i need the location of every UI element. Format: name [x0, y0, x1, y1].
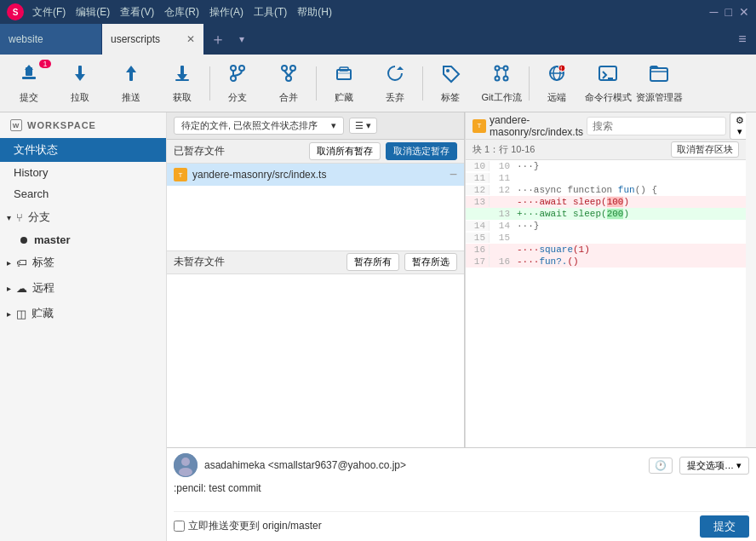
commit-submit-button[interactable]: 提交	[700, 515, 749, 538]
tab-userscripts-label: userscripts	[111, 33, 160, 45]
menu-file[interactable]: 文件(F)	[32, 5, 66, 20]
diff-line-5: 13 +···await sleep(200)	[466, 208, 746, 220]
diff-settings-button[interactable]: ⚙ ▾	[730, 112, 746, 140]
tab-userscripts[interactable]: userscripts ✕	[102, 24, 204, 55]
window-controls: ─ □ ✕	[710, 5, 749, 19]
tab-website[interactable]: website	[0, 24, 102, 55]
branch-master-dot	[20, 237, 27, 244]
remote-section-label: 远程	[32, 280, 54, 296]
diff-line-1: 10 10 ···}	[466, 160, 746, 172]
stash-section-label: 贮藏	[32, 306, 54, 321]
stash-icon	[334, 63, 354, 88]
merge-button[interactable]: 合并	[263, 58, 314, 109]
file-lists-panel: 待定的文件, 已依照文件状态排序 ▾ ☰ ▾ 已暂存文件 取消所有暂存 取消选定…	[167, 112, 465, 447]
staged-file-item[interactable]: T yandere-masonry/src/index.ts −	[167, 164, 464, 186]
branch-button[interactable]: 分支	[212, 58, 263, 109]
discard-label: 丢弃	[386, 91, 404, 104]
svg-point-15	[290, 66, 295, 71]
menu-edit[interactable]: 编辑(E)	[76, 5, 110, 20]
push-label: 推送	[122, 91, 140, 104]
staged-view-options[interactable]: ☰ ▾	[349, 118, 377, 134]
file-type-icon: T	[174, 168, 187, 181]
diff-header: T yandere-masonry/src/index.ts ⚙ ▾ •••	[466, 112, 746, 140]
menu-action[interactable]: 操作(A)	[209, 5, 243, 20]
explorer-button[interactable]: 资源管理器	[633, 58, 684, 109]
diff-line-9: 17 16 -···fun?.()	[466, 256, 746, 268]
close-button[interactable]: ✕	[739, 5, 749, 19]
merge-icon	[278, 63, 299, 88]
file-minus-icon[interactable]: −	[450, 167, 457, 182]
unstage-selected-button[interactable]: 取消选定暂存	[386, 142, 457, 160]
sidebar-item-search[interactable]: Search	[0, 183, 166, 204]
staged-filename: yandere-masonry/src/index.ts	[192, 169, 444, 181]
push-button[interactable]: 推送	[106, 58, 157, 109]
stage-all-button[interactable]: 暂存所有	[346, 253, 399, 271]
discard-button[interactable]: 丢弃	[369, 58, 421, 109]
fetch-icon	[172, 63, 192, 88]
sidebar-item-history[interactable]: History	[0, 162, 166, 183]
svg-rect-21	[337, 72, 351, 74]
diff-panel: T yandere-masonry/src/index.ts ⚙ ▾ ••• 块…	[465, 112, 746, 447]
filter-dropdown[interactable]: 待定的文件, 已依照文件状态排序 ▾	[174, 117, 344, 135]
diff-old-num-6: 14	[466, 221, 490, 231]
remote-label: 远端	[547, 91, 566, 104]
gitflow-label: Git工作流	[481, 91, 521, 104]
commit-time-button[interactable]: 🕐	[649, 458, 673, 474]
terminal-button[interactable]: 命令行模式	[582, 58, 633, 109]
hamburger-menu[interactable]: ≡	[729, 24, 756, 55]
svg-point-12	[231, 76, 236, 81]
menu-tools[interactable]: 工具(T)	[254, 5, 287, 20]
tag-section[interactable]: ▸ 🏷 标签	[0, 250, 166, 275]
svg-point-25	[504, 66, 508, 70]
unstage-all-button[interactable]: 取消所有暂存	[309, 142, 381, 160]
stash-button[interactable]: 贮藏	[318, 58, 369, 109]
diff-line-6: 14 14 ···}	[466, 220, 746, 232]
gitflow-icon	[491, 63, 512, 88]
tab-close-icon[interactable]: ✕	[180, 33, 195, 45]
commit-area: asadahimeka <smallstar9637@yahoo.co.jp> …	[167, 447, 756, 541]
fetch-button[interactable]: 获取	[157, 58, 208, 109]
diff-file-icon: T	[472, 119, 486, 133]
discard-icon	[385, 63, 405, 88]
branch-master-item[interactable]: master	[0, 230, 166, 250]
tab-menu-button[interactable]: ▾	[232, 24, 252, 55]
menu-help[interactable]: 帮助(H)	[297, 5, 332, 20]
staged-header: 已暂存文件 取消所有暂存 取消选定暂存	[167, 140, 464, 164]
history-label: History	[14, 166, 48, 179]
remote-section[interactable]: ▸ ☁ 远程	[0, 275, 166, 301]
toolbar-sep-1	[209, 66, 210, 101]
menu-view[interactable]: 查看(V)	[120, 5, 154, 20]
remote-button[interactable]: ! 远端	[531, 58, 582, 109]
sidebar-item-file-status[interactable]: 文件状态	[0, 138, 166, 162]
commit-message-input[interactable]: :pencil: test commit	[174, 482, 749, 506]
commit-badge: 1	[39, 60, 51, 68]
pull-button[interactable]: 拉取	[54, 58, 106, 109]
unstage-hunk-button[interactable]: 取消暂存区块	[671, 141, 739, 158]
gitflow-button[interactable]: Git工作流	[476, 58, 527, 109]
minimize-button[interactable]: ─	[710, 5, 719, 19]
diff-search-input[interactable]	[587, 117, 726, 135]
stage-selected-button[interactable]: 暂存所选	[404, 253, 457, 271]
push-checkbox[interactable]	[174, 521, 185, 532]
merge-label: 合并	[279, 91, 298, 104]
stash-section[interactable]: ▸ ◫ 贮藏	[0, 301, 166, 326]
maximize-button[interactable]: □	[725, 5, 732, 19]
push-checkbox-label[interactable]: 立即推送变更到 origin/master	[174, 519, 700, 533]
diff-new-num-6: 14	[490, 221, 513, 231]
svg-point-23	[446, 69, 450, 72]
menu-repo[interactable]: 仓库(R)	[164, 5, 199, 20]
branch-section-icon: ⑂	[16, 211, 23, 224]
staged-file-list: T yandere-masonry/src/index.ts −	[167, 164, 464, 250]
diff-content-9: -···fun?.()	[513, 256, 579, 267]
remote-section-icon: ☁	[16, 282, 27, 295]
explorer-label: 资源管理器	[636, 91, 683, 104]
add-tab-button[interactable]: ＋	[204, 24, 232, 55]
list-icon: ☰	[355, 120, 364, 131]
commit-options-button[interactable]: 提交选项… ▾	[679, 457, 749, 475]
tabs-bar: website userscripts ✕ ＋ ▾ ≡	[0, 24, 756, 55]
diff-content-8: -···square(1)	[513, 245, 590, 255]
branch-label: 分支	[228, 91, 247, 104]
diff-old-num-8: 16	[466, 245, 490, 255]
branch-section[interactable]: ▾ ⑂ 分支	[0, 204, 166, 230]
tag-button[interactable]: 标签	[425, 58, 476, 109]
